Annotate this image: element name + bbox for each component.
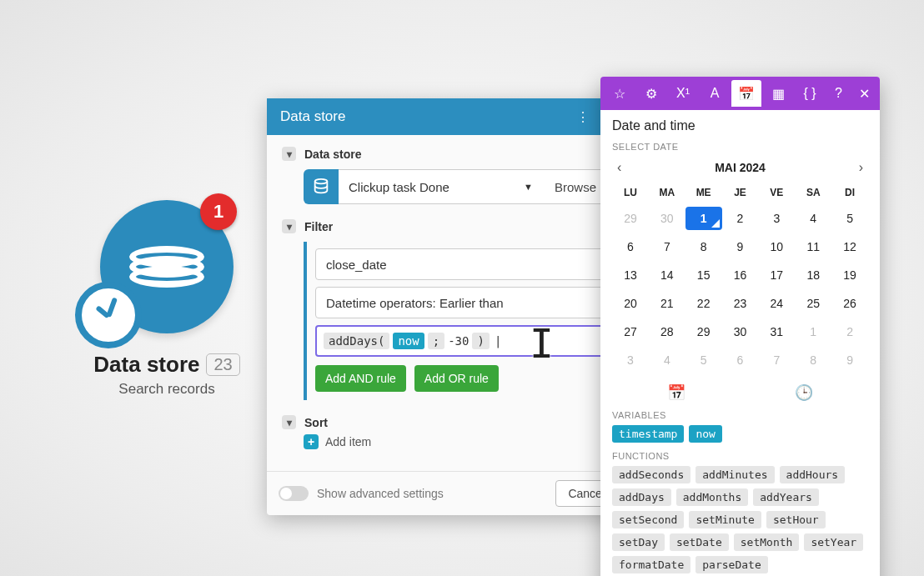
function-tag[interactable]: setMonth: [734, 533, 800, 551]
calendar-day[interactable]: 1: [795, 320, 831, 343]
tab-star-icon[interactable]: ☆: [605, 80, 635, 107]
calendar-day[interactable]: 25: [795, 292, 831, 315]
calendar-day[interactable]: 31: [758, 320, 795, 343]
calendar-day[interactable]: 7: [649, 235, 685, 258]
calendar-weekday: VE: [758, 183, 795, 202]
tab-gear-icon[interactable]: ⚙: [636, 80, 666, 107]
calendar-day[interactable]: 12: [831, 235, 868, 258]
calendar-grid: LUMAMEJEVESADI29301234567891011121314151…: [612, 183, 868, 372]
calendar-day[interactable]: 11: [795, 235, 831, 258]
value-picker-panel: ☆ ⚙ X¹ A 📅 ▦ { } ? ✕ Date and time SELEC…: [600, 77, 880, 576]
picker-help-icon[interactable]: ?: [827, 80, 851, 107]
calendar-day[interactable]: 2: [831, 320, 868, 343]
calendar-day[interactable]: 30: [722, 320, 759, 343]
calendar-day[interactable]: 1: [685, 207, 722, 230]
calendar-day[interactable]: 26: [831, 292, 868, 315]
calendar-day[interactable]: 4: [649, 348, 685, 372]
calendar-day[interactable]: 6: [722, 348, 759, 372]
function-tag[interactable]: addHours: [780, 466, 846, 483]
calendar-day[interactable]: 13: [612, 263, 649, 287]
calendar-day[interactable]: 17: [758, 263, 795, 287]
calendar-day[interactable]: 4: [795, 207, 831, 230]
calendar-day[interactable]: 14: [649, 263, 685, 287]
collapse-icon[interactable]: ▾: [282, 147, 296, 161]
calendar-day[interactable]: 24: [758, 292, 795, 315]
cal-prev-icon[interactable]: ‹: [612, 157, 626, 178]
function-tag[interactable]: setDate: [670, 533, 729, 551]
filter-field-select[interactable]: close_date ▾: [315, 248, 629, 280]
calendar-day[interactable]: 29: [685, 320, 722, 343]
function-tag[interactable]: addMinutes: [696, 466, 774, 483]
calendar-day[interactable]: 22: [685, 292, 722, 315]
calendar-day[interactable]: 29: [612, 207, 649, 230]
module-icon[interactable]: 1: [100, 200, 234, 333]
calendar-day[interactable]: 15: [685, 263, 722, 287]
add-item-label[interactable]: Add item: [325, 435, 371, 448]
picker-close-icon[interactable]: ✕: [852, 80, 876, 107]
variable-tag[interactable]: now: [689, 425, 721, 443]
calendar-day[interactable]: 16: [722, 263, 759, 287]
tab-text-icon[interactable]: A: [700, 80, 730, 107]
function-tag[interactable]: setHour: [766, 511, 826, 528]
calendar-day[interactable]: 3: [758, 207, 795, 230]
variable-tag[interactable]: timestamp: [612, 425, 684, 443]
calendar-day[interactable]: 19: [831, 263, 868, 287]
calendar-day[interactable]: 5: [831, 207, 868, 230]
tab-math-icon[interactable]: X¹: [668, 80, 698, 107]
calendar-day[interactable]: 21: [649, 292, 685, 315]
function-tag[interactable]: addMonths: [676, 488, 748, 506]
function-tag[interactable]: parseDate: [696, 556, 767, 573]
advanced-toggle[interactable]: [279, 486, 309, 501]
calendar-day[interactable]: 20: [612, 292, 649, 315]
calendar-day[interactable]: 23: [722, 292, 759, 315]
calendar-day[interactable]: 3: [612, 348, 649, 372]
function-tag[interactable]: setDay: [612, 533, 665, 551]
calendar-day[interactable]: 18: [795, 263, 831, 287]
collapse-icon[interactable]: ▾: [282, 415, 296, 429]
var-token: now: [393, 333, 424, 349]
section-datastore-label: Data store: [304, 148, 361, 161]
calendar-date-tab-icon[interactable]: 📅: [667, 383, 685, 402]
calendar-time-tab-icon[interactable]: 🕒: [795, 383, 813, 402]
calendar-day[interactable]: 6: [612, 235, 649, 258]
calendar-day[interactable]: 27: [612, 320, 649, 343]
calendar-day[interactable]: 2: [722, 207, 759, 230]
calendar-day[interactable]: 9: [722, 235, 759, 258]
calendar-day[interactable]: 28: [649, 320, 685, 343]
function-tag[interactable]: setYear: [804, 533, 863, 551]
text-cursor-icon: 𝙸: [530, 320, 554, 367]
calendar-weekday: SA: [795, 183, 831, 202]
section-filter-label: Filter: [304, 220, 333, 233]
add-item-button[interactable]: +: [304, 434, 319, 449]
module-count: 23: [206, 353, 239, 376]
kebab-icon[interactable]: ⋮: [576, 109, 590, 125]
variables-label: VARIABLES: [612, 410, 868, 420]
browse-button[interactable]: Browse: [543, 169, 609, 204]
tab-braces-icon[interactable]: { }: [795, 80, 825, 107]
tab-calendar-icon[interactable]: 📅: [731, 80, 761, 107]
datastore-select[interactable]: Clickup task Done ▼: [339, 169, 543, 204]
function-tag[interactable]: addDays: [612, 488, 671, 506]
calendar-day[interactable]: 7: [758, 348, 795, 372]
calendar-day[interactable]: 10: [758, 235, 795, 258]
function-tag[interactable]: addSeconds: [612, 466, 690, 483]
calendar-day[interactable]: 8: [795, 348, 831, 372]
chevron-down-icon: ▼: [524, 182, 533, 192]
function-tag[interactable]: setMinute: [689, 511, 761, 528]
add-and-rule-button[interactable]: Add AND rule: [315, 365, 406, 392]
calendar-weekday: ME: [685, 183, 722, 202]
tab-array-icon[interactable]: ▦: [763, 80, 793, 107]
filter-value-input[interactable]: addDays( now ; -30 ) | 𝙸: [315, 325, 629, 357]
function-tag[interactable]: formatDate: [612, 556, 690, 573]
filter-operator-select[interactable]: Datetime operators: Earlier than ▾: [315, 287, 629, 318]
calendar-day[interactable]: 8: [685, 235, 722, 258]
function-tag[interactable]: setSecond: [612, 511, 684, 528]
calendar-day[interactable]: 9: [831, 348, 868, 372]
module-badge: 1: [200, 193, 237, 230]
collapse-icon[interactable]: ▾: [282, 219, 296, 233]
calendar-day[interactable]: 30: [649, 207, 685, 230]
add-or-rule-button[interactable]: Add OR rule: [414, 365, 499, 392]
function-tag[interactable]: addYears: [753, 488, 819, 506]
calendar-day[interactable]: 5: [685, 348, 722, 372]
cal-next-icon[interactable]: ›: [854, 157, 868, 178]
